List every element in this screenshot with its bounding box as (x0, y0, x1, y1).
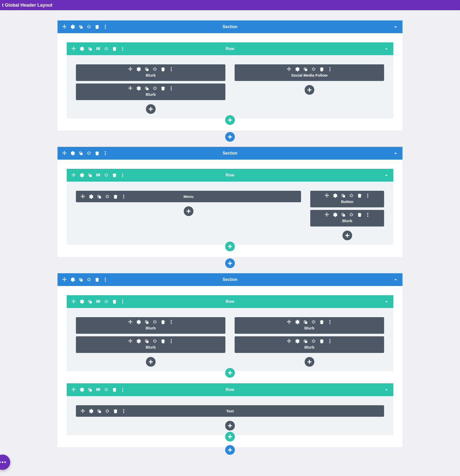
move-icon[interactable] (62, 151, 67, 156)
row-header[interactable]: Row (67, 169, 393, 182)
move-icon[interactable] (287, 339, 291, 343)
power-icon[interactable] (104, 387, 109, 392)
module-social-follow[interactable]: Social Media Follow (235, 64, 384, 81)
power-icon[interactable] (311, 339, 316, 343)
row-header[interactable]: Row (67, 42, 393, 55)
gear-icon[interactable] (79, 46, 84, 51)
power-icon[interactable] (153, 320, 157, 324)
duplicate-icon[interactable] (78, 25, 83, 29)
duplicate-icon[interactable] (303, 320, 308, 324)
power-icon[interactable] (104, 46, 109, 51)
gear-icon[interactable] (136, 339, 141, 343)
duplicate-icon[interactable] (88, 173, 92, 177)
power-icon[interactable] (311, 67, 316, 72)
duplicate-icon[interactable] (144, 339, 149, 343)
move-icon[interactable] (287, 67, 291, 72)
gear-icon[interactable] (79, 173, 84, 177)
duplicate-icon[interactable] (303, 339, 308, 343)
gear-icon[interactable] (79, 299, 84, 304)
add-row-button[interactable] (225, 432, 235, 442)
more-icon[interactable] (365, 193, 370, 198)
module-blurb[interactable]: Blurb (235, 336, 384, 353)
module-blurb[interactable]: Blurb (76, 64, 225, 81)
section-header[interactable]: Section (57, 147, 402, 160)
duplicate-icon[interactable] (97, 194, 101, 199)
duplicate-icon[interactable] (97, 409, 101, 413)
row-header[interactable]: Row (67, 383, 393, 396)
add-section-button[interactable] (225, 258, 235, 268)
module-blurb[interactable]: Blurb (76, 336, 225, 353)
trash-icon[interactable] (113, 409, 118, 413)
add-module-button[interactable] (146, 104, 156, 114)
more-icon[interactable] (169, 86, 174, 91)
duplicate-icon[interactable] (78, 277, 83, 282)
more-icon[interactable] (120, 387, 125, 392)
module-blurb[interactable]: Blurb (76, 317, 225, 334)
more-icon[interactable] (103, 277, 108, 282)
add-module-button[interactable] (225, 421, 235, 431)
add-section-button[interactable] (225, 445, 235, 455)
move-icon[interactable] (325, 212, 329, 217)
chevron-up-icon[interactable] (393, 277, 398, 282)
add-section-button[interactable] (225, 132, 235, 142)
duplicate-icon[interactable] (88, 299, 92, 304)
gear-icon[interactable] (295, 320, 300, 324)
duplicate-icon[interactable] (144, 86, 149, 91)
columns-icon[interactable] (96, 46, 100, 51)
trash-icon[interactable] (113, 194, 118, 199)
trash-icon[interactable] (95, 25, 99, 29)
module-blurb[interactable]: Blurb (235, 317, 384, 334)
move-icon[interactable] (71, 299, 76, 304)
trash-icon[interactable] (319, 67, 324, 72)
power-icon[interactable] (153, 86, 157, 91)
chevron-up-icon[interactable] (384, 299, 389, 304)
duplicate-icon[interactable] (303, 67, 308, 72)
trash-icon[interactable] (161, 67, 165, 72)
columns-icon[interactable] (96, 387, 100, 392)
power-icon[interactable] (104, 173, 109, 177)
move-icon[interactable] (128, 67, 133, 72)
power-icon[interactable] (311, 320, 316, 324)
duplicate-icon[interactable] (341, 193, 346, 198)
trash-icon[interactable] (112, 299, 117, 304)
move-icon[interactable] (80, 409, 85, 413)
move-icon[interactable] (71, 173, 76, 177)
power-icon[interactable] (349, 193, 354, 198)
duplicate-icon[interactable] (88, 46, 92, 51)
gear-icon[interactable] (295, 67, 300, 72)
chevron-up-icon[interactable] (393, 151, 398, 156)
gear-icon[interactable] (333, 193, 337, 198)
gear-icon[interactable] (333, 212, 337, 217)
move-icon[interactable] (325, 193, 329, 198)
gear-icon[interactable] (89, 409, 93, 413)
duplicate-icon[interactable] (341, 212, 346, 217)
trash-icon[interactable] (161, 86, 165, 91)
gear-icon[interactable] (295, 339, 300, 343)
move-icon[interactable] (287, 320, 291, 324)
add-module-button[interactable] (305, 357, 314, 367)
add-module-button[interactable] (305, 85, 314, 95)
duplicate-icon[interactable] (144, 320, 149, 324)
more-icon[interactable] (120, 173, 125, 177)
more-icon[interactable] (103, 25, 108, 29)
more-icon[interactable] (120, 299, 125, 304)
trash-icon[interactable] (357, 212, 362, 217)
gear-icon[interactable] (70, 277, 75, 282)
gear-icon[interactable] (70, 25, 75, 29)
add-module-button[interactable] (146, 357, 156, 367)
duplicate-icon[interactable] (78, 151, 83, 156)
power-icon[interactable] (87, 151, 91, 156)
move-icon[interactable] (71, 387, 76, 392)
columns-icon[interactable] (96, 173, 100, 177)
more-icon[interactable] (328, 67, 332, 72)
module-blurb[interactable]: Blurb (310, 210, 384, 227)
gear-icon[interactable] (70, 151, 75, 156)
row-header[interactable]: Row (67, 295, 393, 308)
more-icon[interactable] (120, 46, 125, 51)
power-icon[interactable] (105, 409, 110, 413)
add-row-button[interactable] (225, 242, 235, 251)
more-icon[interactable] (121, 409, 126, 413)
move-icon[interactable] (128, 86, 133, 91)
trash-icon[interactable] (112, 173, 117, 177)
power-icon[interactable] (153, 339, 157, 343)
